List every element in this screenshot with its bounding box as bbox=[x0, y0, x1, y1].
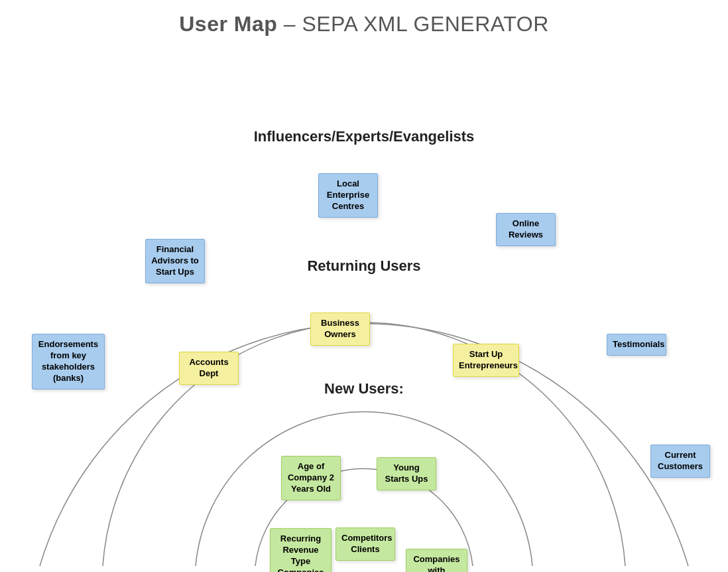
endorsements-note: Endorsements from key stakeholders (bank… bbox=[32, 334, 105, 390]
startup-entrepreneurs-note: Start Up Entrepreneurs bbox=[453, 344, 519, 377]
current-customers-note: Current Customers bbox=[650, 445, 710, 478]
companies-monthly-note: Companies with Monthly Signed Up bbox=[406, 549, 467, 572]
financial-advisors-note: Financial Advisors to Start Ups bbox=[145, 239, 205, 283]
recurring-revenue-note: Recurring Revenue Type Companies bbox=[270, 528, 332, 572]
online-reviews-note: Online Reviews bbox=[496, 213, 556, 246]
business-owners-note: Business Owners bbox=[310, 313, 370, 346]
page-title: User Map – SEPA XML GENERATOR bbox=[0, 0, 728, 42]
testimonials-note: Testimonials bbox=[607, 334, 666, 356]
arcs-svg bbox=[0, 42, 728, 566]
accounts-dept-note: Accounts Dept bbox=[179, 352, 239, 385]
influencers-label: Influencers/Experts/Evangelists bbox=[254, 128, 475, 145]
returning-label: Returning Users bbox=[307, 257, 420, 275]
young-startups-note: Young Starts Ups bbox=[377, 457, 436, 490]
local-enterprise-note: Local Enterprise Centres bbox=[318, 173, 378, 218]
diagram-area: Influencers/Experts/Evangelists Returnin… bbox=[0, 42, 728, 566]
new-users-label: New Users: bbox=[324, 380, 404, 397]
age-of-company-note: Age of Company 2 Years Old bbox=[281, 456, 341, 500]
competitors-clients-note: Competitors Clients bbox=[335, 528, 395, 561]
